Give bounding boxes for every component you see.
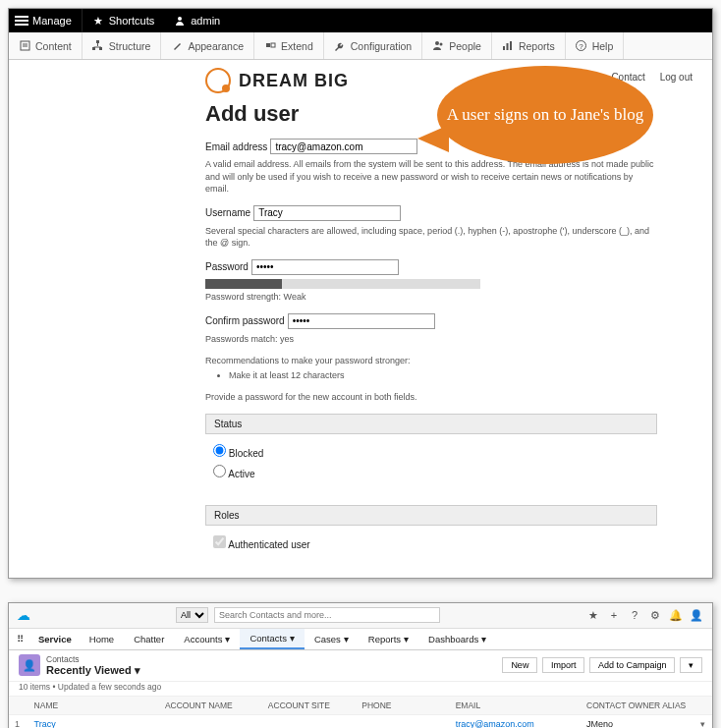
email-link[interactable]: tracy@amazon.com <box>450 715 581 728</box>
chevron-down-icon: ▾ <box>344 634 349 644</box>
star-icon: ★ <box>92 15 104 27</box>
tab-configuration[interactable]: Configuration <box>324 32 422 59</box>
site-title: DREAM BIG <box>239 71 349 91</box>
role-auth-checkbox <box>213 535 226 548</box>
gear-icon[interactable]: ⚙ <box>647 609 663 622</box>
nav-accounts[interactable]: Accounts▾ <box>174 629 240 649</box>
content-icon <box>19 40 30 52</box>
structure-icon <box>92 40 104 52</box>
tab-reports[interactable]: Reports <box>492 32 566 59</box>
search-scope[interactable]: All <box>176 607 208 623</box>
sf-top-icons: ★ + ? ⚙ 🔔 👤 <box>585 609 704 622</box>
col-account[interactable]: ACCOUNT NAME <box>159 697 262 714</box>
col-email[interactable]: EMAIL <box>450 697 581 714</box>
people-icon <box>432 40 444 52</box>
appearance-icon <box>171 40 183 52</box>
svg-rect-9 <box>266 43 270 47</box>
new-button[interactable]: New <box>502 657 537 673</box>
bell-icon[interactable]: 🔔 <box>668 609 684 622</box>
contact-link[interactable]: Tracy <box>28 715 159 728</box>
svg-point-12 <box>439 43 442 46</box>
tab-people[interactable]: People <box>422 32 492 59</box>
svg-rect-14 <box>507 43 509 50</box>
search-input[interactable] <box>214 607 440 623</box>
nav-contacts[interactable]: Contacts▾ <box>240 629 305 649</box>
add-user-form: Add user Email address A valid email add… <box>9 95 712 578</box>
nav-reports[interactable]: Reports▾ <box>359 629 418 649</box>
avatar-icon[interactable]: 👤 <box>689 609 704 622</box>
password-recs: Recommendations to make your password st… <box>205 355 657 381</box>
help-icon: ? <box>576 40 587 52</box>
col-name[interactable]: NAME <box>28 697 159 714</box>
password-field[interactable] <box>251 259 399 275</box>
logout-link[interactable]: Log out <box>660 72 693 83</box>
tab-content[interactable]: Content <box>9 32 83 59</box>
add-to-campaign-button[interactable]: Add to Campaign <box>589 657 676 673</box>
logo-icon <box>205 68 231 93</box>
import-button[interactable]: Import <box>542 657 585 673</box>
radio-blocked[interactable] <box>213 444 226 457</box>
favorite-icon[interactable]: ★ <box>585 609 601 622</box>
col-site[interactable]: ACCOUNT SITE <box>262 697 356 714</box>
app-name: Service <box>30 634 80 644</box>
user-link[interactable]: admin <box>164 9 230 32</box>
col-phone[interactable]: PHONE <box>356 697 449 714</box>
roles-body: Authenticated user <box>205 526 657 560</box>
status-active[interactable]: Active <box>213 465 649 479</box>
email-label: Email address <box>205 141 267 152</box>
tab-structure[interactable]: Structure <box>83 32 162 59</box>
shortcuts-link[interactable]: ★ Shortcuts <box>83 9 164 32</box>
list-meta: 10 items • Updated a few seconds ago <box>9 682 712 696</box>
sf-cloud-icon: ☁ <box>17 607 30 623</box>
sf-nav: ⠿ Service Home Chatter Accounts▾ Contact… <box>9 629 712 650</box>
email-help: A valid email address. All emails from t… <box>205 158 657 196</box>
password-strength-text: Password strength: Weak <box>205 291 657 304</box>
hamburger-icon <box>15 16 28 26</box>
nav-dashboards[interactable]: Dashboards▾ <box>418 629 496 649</box>
tab-help[interactable]: ?Help <box>566 32 625 59</box>
chevron-down-icon: ▾ <box>290 633 295 644</box>
admin-toolbar: Manage ★ Shortcuts admin <box>9 9 712 32</box>
manage-button[interactable]: Manage <box>9 9 83 32</box>
email-field[interactable] <box>270 139 417 154</box>
list-view-name[interactable]: Recently Viewed ▾ <box>46 664 140 677</box>
more-button[interactable]: ▾ <box>680 657 702 673</box>
tab-appearance[interactable]: Appearance <box>161 32 254 59</box>
svg-point-0 <box>178 17 182 21</box>
object-label: Contacts <box>46 654 140 664</box>
password-row: Password <box>205 259 657 275</box>
sf-search: All <box>38 607 578 623</box>
help-icon[interactable]: ? <box>627 609 642 622</box>
username-help: Several special characters are allowed, … <box>205 225 657 250</box>
callout-top: A user signs on to Jane's blog <box>437 66 653 164</box>
col-owner[interactable]: CONTACT OWNER ALIAS <box>581 697 693 714</box>
admin-subbar: Content Structure Appearance Extend Conf… <box>9 32 712 60</box>
nav-chatter[interactable]: Chatter <box>124 629 174 649</box>
manage-label: Manage <box>32 15 72 27</box>
config-icon <box>334 40 346 52</box>
user-icon <box>174 15 186 27</box>
svg-rect-10 <box>271 43 275 47</box>
status-blocked[interactable]: Blocked <box>213 444 649 459</box>
password-strength-bar <box>205 279 480 289</box>
chevron-down-icon: ▾ <box>404 634 409 644</box>
list-actions: New Import Add to Campaign ▾ <box>500 657 702 673</box>
username-field[interactable] <box>253 205 401 221</box>
plus-icon[interactable]: + <box>606 609 622 622</box>
svg-text:?: ? <box>579 42 583 51</box>
chevron-down-icon: ▾ <box>135 664 140 676</box>
radio-active[interactable] <box>213 465 226 477</box>
username-row: Username <box>205 205 657 221</box>
confirm-row: Confirm password <box>205 313 657 329</box>
status-header: Status <box>205 414 657 434</box>
tab-extend[interactable]: Extend <box>254 32 324 59</box>
contacts-tile-icon: 👤 <box>19 654 40 676</box>
app-launcher-icon[interactable]: ⠿ <box>9 634 30 644</box>
confirm-field[interactable] <box>288 313 435 329</box>
nav-cases[interactable]: Cases▾ <box>305 629 359 649</box>
nav-home[interactable]: Home <box>80 629 124 649</box>
row-menu[interactable]: ▾ <box>693 715 712 728</box>
svg-rect-15 <box>510 41 512 50</box>
reports-icon <box>502 40 514 52</box>
chevron-down-icon: ▾ <box>225 634 230 644</box>
